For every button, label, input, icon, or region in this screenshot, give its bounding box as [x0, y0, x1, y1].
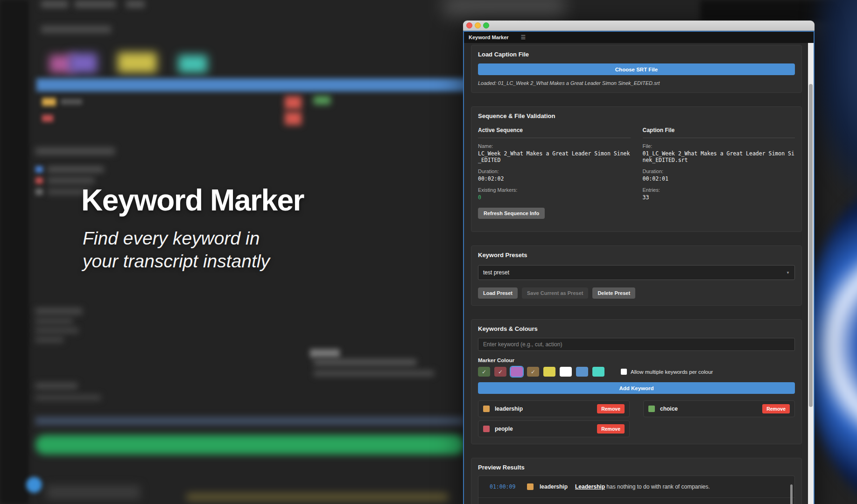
preset-selected-value: test preset — [483, 269, 786, 276]
app-title: Keyword Marker — [469, 35, 509, 40]
preview-sentence: Leadership has nothing to do with rank o… — [575, 483, 710, 490]
menu-icon[interactable]: ☰ — [521, 34, 526, 41]
blurred-timeline-clip — [118, 52, 157, 73]
keyword-input[interactable] — [478, 338, 795, 351]
blurred-label — [35, 383, 77, 389]
app-header: Keyword Marker ☰ — [464, 32, 814, 43]
blurred-tab — [75, 1, 116, 7]
check-icon: ✓ — [498, 369, 503, 375]
marker-colour-swatch-white[interactable] — [560, 367, 572, 377]
allow-multiple-checkbox[interactable] — [621, 369, 627, 375]
marker-colour-swatch-purple[interactable] — [511, 367, 523, 377]
blurred-text — [314, 371, 434, 376]
keyword-marker-window: Keyword Marker ☰ Load Caption File Choos… — [463, 21, 815, 504]
marker-colour-swatch-red[interactable]: ✓ — [494, 367, 506, 377]
blurred-timeline-thumbs — [187, 494, 448, 500]
blurred-text — [61, 99, 82, 105]
allow-multiple-wrap: Allow multiple keywords per colour — [621, 369, 713, 375]
chevron-down-icon: ▼ — [786, 271, 790, 275]
hero-subtitle-line1: Find every keyword in — [83, 227, 270, 250]
close-button[interactable] — [466, 22, 472, 28]
preview-timestamp: 01:00:09 — [490, 483, 520, 490]
blurred-tab — [126, 1, 145, 7]
app-content: Load Caption File Choose SRT File Loaded… — [464, 43, 808, 504]
file-label: File: — [643, 143, 795, 149]
loaded-file-text: Loaded: 01_LC_Week 2_What Makes a Great … — [478, 80, 795, 86]
entries-label: Entries: — [643, 187, 795, 193]
active-sequence-column: Active Sequence Name: LC_Week 2_What Mak… — [478, 127, 631, 219]
blue-glow-background — [812, 0, 857, 196]
marker-colour-swatch-brown[interactable]: ✓ — [527, 367, 539, 377]
blurred-text — [35, 308, 82, 315]
blurred-annotation — [310, 349, 340, 357]
app-frame: Keyword Marker ☰ Load Caption File Choos… — [463, 31, 815, 504]
name-label: Name: — [478, 143, 631, 149]
blurred-text — [35, 395, 101, 400]
marker-colour-swatch-yellow[interactable] — [543, 367, 555, 377]
load-preset-button[interactable]: Load Preset — [478, 287, 518, 299]
zoom-button[interactable] — [483, 22, 489, 28]
blurred-green-button — [35, 435, 465, 455]
blurred-timeline-clip — [69, 53, 97, 73]
allow-multiple-label: Allow multiple keywords per colour — [631, 369, 713, 375]
section-title-preview: Preview Results — [478, 464, 795, 471]
marker-colour-palette: ✓ ✓ ✓ — [478, 367, 795, 377]
blurred-bottom-panel — [47, 485, 140, 499]
blurred-red-block — [285, 112, 302, 125]
window-scrollbar-track[interactable] — [808, 43, 814, 504]
keywords-section: Keywords & Colours Marker Colour ✓ ✓ — [471, 319, 802, 444]
preview-row: 01:00:09 leadership Leadership has nothi… — [478, 476, 794, 497]
keyword-row-choice: choice Remove — [643, 400, 795, 417]
blurred-blue-badge — [26, 477, 42, 493]
preset-select[interactable]: test preset ▼ — [478, 265, 795, 280]
duration-label: Duration: — [478, 168, 631, 174]
hero-subtitle-line2: your transcript instantly — [83, 250, 270, 273]
blurred-text — [35, 337, 63, 343]
sentence-after: has nothing to do with rank of companies… — [605, 483, 710, 490]
keyword-row-people: people Remove — [478, 420, 630, 437]
marker-colour-swatch-green[interactable]: ✓ — [478, 367, 490, 377]
check-icon: ✓ — [482, 369, 486, 375]
duration-label: Duration: — [643, 168, 795, 174]
active-sequence-heading: Active Sequence — [478, 127, 631, 138]
caption-file-column: Caption File File: 01_LC_Week 2_What Mak… — [643, 127, 795, 219]
remove-keyword-button[interactable]: Remove — [762, 404, 790, 413]
window-titlebar[interactable] — [463, 21, 815, 31]
choose-srt-file-button[interactable]: Choose SRT File — [478, 63, 795, 75]
blurred-blue-bar — [36, 78, 471, 91]
preview-row: 01:00:13 people I knew many people who s… — [478, 497, 794, 504]
add-keyword-button[interactable]: Add Keyword — [478, 382, 795, 394]
remove-keyword-button[interactable]: Remove — [597, 424, 625, 434]
minimize-button[interactable] — [475, 22, 481, 28]
keyword-name: leadership — [495, 406, 523, 412]
blurred-list-swatch — [35, 189, 43, 195]
blurred-tab — [41, 1, 68, 7]
existing-markers-label: Existing Markers: — [478, 187, 631, 193]
blurred-label — [35, 147, 115, 155]
section-title-load-caption: Load Caption File — [478, 51, 795, 58]
caption-duration-value: 00:02:01 — [643, 175, 795, 182]
blurred-swatch — [42, 115, 53, 122]
preview-swatch — [527, 483, 534, 490]
refresh-sequence-info-button[interactable]: Refresh Sequence Info — [478, 208, 545, 219]
marker-colour-swatch-blue[interactable] — [576, 367, 588, 377]
blurred-green-block — [314, 96, 330, 105]
remove-keyword-button[interactable]: Remove — [597, 404, 625, 413]
entries-value: 33 — [643, 194, 795, 201]
sentence-match: Leadership — [575, 483, 605, 490]
caption-file-heading: Caption File — [643, 127, 795, 138]
window-scrollbar-thumb[interactable] — [809, 84, 813, 407]
blurred-list-swatch — [35, 166, 43, 173]
save-current-as-preset-button[interactable]: Save Current as Preset — [522, 287, 588, 299]
delete-preset-button[interactable]: Delete Preset — [592, 287, 635, 299]
screenshot-stage: Keyword Marker Find every keyword in you… — [0, 0, 857, 504]
blurred-timeline-clip — [178, 55, 207, 73]
blurred-highlight — [443, 0, 565, 16]
preview-scrollbar-thumb[interactable] — [790, 484, 793, 504]
existing-markers-value: 0 — [478, 194, 631, 201]
keyword-swatch — [648, 406, 655, 412]
load-caption-section: Load Caption File Choose SRT File Loaded… — [471, 45, 802, 93]
check-icon: ✓ — [531, 369, 535, 375]
marker-colour-swatch-turquoise[interactable] — [592, 367, 604, 377]
preview-keyword: leadership — [540, 483, 575, 490]
